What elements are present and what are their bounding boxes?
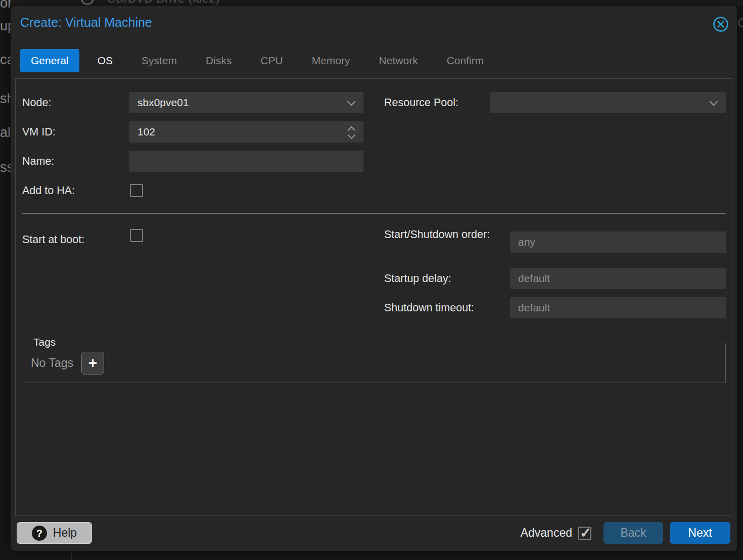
- start-shutdown-order-input[interactable]: [510, 231, 726, 253]
- node-combobox[interactable]: [129, 92, 363, 113]
- resource-pool-label: Resource Pool:: [384, 92, 458, 113]
- background-text-fragment: sh: [0, 91, 11, 107]
- name-label: Name:: [22, 151, 54, 172]
- tab-os[interactable]: OS: [87, 49, 123, 72]
- dialog-title: Create: Virtual Machine: [20, 15, 152, 30]
- wizard-tab-bar: General OS System Disks CPU Memory Netwo…: [20, 49, 494, 72]
- add-to-ha-checkbox[interactable]: [130, 184, 143, 197]
- background-right-fragment: C: [736, 6, 743, 551]
- tab-confirm: Confirm: [436, 49, 495, 72]
- add-to-ha-label: Add to HA:: [22, 180, 75, 201]
- tab-network: Network: [368, 49, 429, 72]
- question-mark-icon: ?: [32, 526, 47, 541]
- footer-actions: Advanced Back Next: [521, 522, 730, 544]
- section-divider: [22, 213, 726, 214]
- advanced-checkbox[interactable]: [578, 527, 591, 540]
- general-form-panel: Node: VM ID: Name: Add to HA: Resource P…: [15, 78, 732, 516]
- resource-pool-input[interactable]: [490, 92, 726, 113]
- close-icon[interactable]: [712, 16, 729, 33]
- no-tags-text: No Tags: [31, 356, 73, 370]
- node-label: Node:: [22, 92, 51, 113]
- tab-general[interactable]: General: [20, 49, 79, 72]
- vm-id-spinner[interactable]: [129, 121, 363, 143]
- tab-system: System: [131, 49, 188, 72]
- start-shutdown-order-label: Start/Shutdown order:: [384, 226, 493, 243]
- background-dimmed-row: CD/DVD Drive (ide2): [0, 0, 743, 6]
- help-button[interactable]: ? Help: [17, 522, 92, 544]
- create-vm-dialog: Create: Virtual Machine General OS Syste…: [11, 6, 737, 551]
- background-divider: [71, 551, 72, 560]
- startup-delay-label: Startup delay:: [384, 268, 451, 289]
- vm-id-label: VM ID:: [22, 121, 56, 143]
- tab-memory: Memory: [301, 49, 361, 72]
- start-at-boot-checkbox[interactable]: [130, 229, 143, 242]
- name-input[interactable]: [129, 151, 363, 172]
- back-button[interactable]: Back: [603, 522, 663, 544]
- add-tag-button[interactable]: +: [81, 352, 104, 375]
- next-button[interactable]: Next: [670, 522, 730, 544]
- background-text-fragment: or: [0, 0, 11, 11]
- tab-disks: Disks: [195, 49, 242, 72]
- startup-delay-input[interactable]: [510, 268, 726, 289]
- background-row-text: CD/DVD Drive (ide2): [107, 0, 220, 6]
- background-text-fragment: up: [0, 18, 11, 34]
- shutdown-timeout-label: Shutdown timeout:: [384, 297, 474, 318]
- tab-cpu: CPU: [250, 49, 293, 72]
- background-text-fragment: all: [0, 125, 11, 141]
- vm-id-input[interactable]: [129, 121, 363, 143]
- node-combobox-input[interactable]: [129, 92, 363, 113]
- advanced-label: Advanced: [521, 526, 572, 540]
- background-radio-icon: [81, 0, 94, 5]
- background-left-menu-fragments: or up ca sh all ss: [0, 0, 11, 560]
- start-at-boot-label: Start at boot:: [22, 229, 84, 250]
- resource-pool-combobox[interactable]: [490, 92, 726, 113]
- background-text-fragment: ca: [0, 52, 11, 68]
- background-text-fragment: ss: [0, 160, 11, 175]
- shutdown-timeout-input[interactable]: [510, 297, 726, 318]
- tags-fieldset: Tags No Tags +: [22, 343, 726, 383]
